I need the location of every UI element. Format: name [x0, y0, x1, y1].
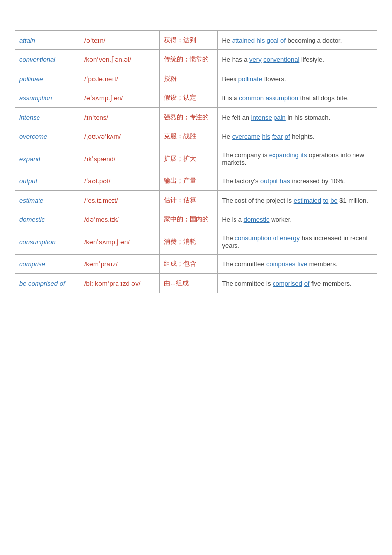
chinese-cell: 组成；包含	[160, 255, 218, 274]
chinese-cell: 家中的；国内的	[160, 210, 218, 229]
table-row: expand/ɪkˈspænd/扩展；扩大The company is expa…	[15, 146, 377, 171]
example-cell: The consumption of energy has increased …	[218, 229, 377, 255]
example-cell: The factory's output has increased by 10…	[218, 171, 377, 191]
word-cell: consumption	[15, 229, 80, 255]
phonetic-cell: /ˈes.tɪ.meɪt/	[80, 191, 159, 210]
table-row: attain/əˈteɪn/获得；达到He attained his goal …	[15, 31, 377, 50]
phonetic-cell: /ˌoʊ.vəˈkʌm/	[80, 127, 159, 146]
example-cell: The cost of the project is estimated to …	[218, 191, 377, 210]
table-row: output/ˈaʊt.pʊt/输出；产量The factory's outpu…	[15, 171, 377, 191]
chinese-cell: 传统的；惯常的	[160, 50, 218, 69]
table-row: consumption/kənˈsʌmp.ʃ ən/消费；消耗The consu…	[15, 229, 377, 255]
chinese-cell: 由...组成	[160, 274, 218, 293]
example-cell: He has a very conventional lifestyle.	[218, 50, 377, 69]
chinese-cell: 扩展；扩大	[160, 146, 218, 171]
example-cell: The company is expanding its operations …	[218, 146, 377, 171]
phonetic-cell: /ɪkˈspænd/	[80, 146, 159, 171]
table-row: overcome/ˌoʊ.vəˈkʌm/克服；战胜He overcame his…	[15, 127, 377, 146]
word-cell: overcome	[15, 127, 80, 146]
example-cell: He felt an intense pain in his stomach.	[218, 108, 377, 127]
phonetic-cell: /dəˈmes.tɪk/	[80, 210, 159, 229]
phonetic-cell: /ɪnˈtens/	[80, 108, 159, 127]
table-row: pollinate/ˈpɒ.lə.neɪt/授粉Bees pollinate f…	[15, 69, 377, 88]
chinese-cell: 克服；战胜	[160, 127, 218, 146]
word-cell: domestic	[15, 210, 80, 229]
phonetic-cell: /ˈpɒ.lə.neɪt/	[80, 69, 159, 88]
table-row: be comprised of/biː kəmˈpra ɪzd əv/由...组…	[15, 274, 377, 293]
word-cell: be comprised of	[15, 274, 80, 293]
chinese-cell: 输出；产量	[160, 171, 218, 191]
chinese-cell: 强烈的；专注的	[160, 108, 218, 127]
phonetic-cell: /əˈteɪn/	[80, 31, 159, 50]
phonetic-cell: /ˈaʊt.pʊt/	[80, 171, 159, 191]
chinese-cell: 消费；消耗	[160, 229, 218, 255]
table-row: domestic/dəˈmes.tɪk/家中的；国内的He is a domes…	[15, 210, 377, 229]
phonetic-cell: /əˈsʌmp.ʃ ən/	[80, 88, 159, 108]
phonetic-cell: /biː kəmˈpra ɪzd əv/	[80, 274, 159, 293]
word-cell: expand	[15, 146, 80, 171]
phonetic-cell: /kənˈsʌmp.ʃ ən/	[80, 229, 159, 255]
chinese-cell: 估计；估算	[160, 191, 218, 210]
chinese-cell: 授粉	[160, 69, 218, 88]
word-cell: conventional	[15, 50, 80, 69]
example-cell: He attained his goal of becoming a docto…	[218, 31, 377, 50]
example-cell: It is a common assumption that all dogs …	[218, 88, 377, 108]
word-cell: attain	[15, 31, 80, 50]
word-cell: pollinate	[15, 69, 80, 88]
example-cell: The committee comprises five members.	[218, 255, 377, 274]
example-cell: He overcame his fear of heights.	[218, 127, 377, 146]
table-row: conventional/kənˈven.ʃ ən.əl/传统的；惯常的He h…	[15, 50, 377, 69]
chinese-cell: 假设；认定	[160, 88, 218, 108]
word-cell: assumption	[15, 88, 80, 108]
phonetic-cell: /kənˈven.ʃ ən.əl/	[80, 50, 159, 69]
table-row: intense/ɪnˈtens/强烈的；专注的He felt an intens…	[15, 108, 377, 127]
phonetic-cell: /kəmˈpraɪz/	[80, 255, 159, 274]
example-cell: He is a domestic worker.	[218, 210, 377, 229]
table-row: estimate/ˈes.tɪ.meɪt/估计；估算The cost of th…	[15, 191, 377, 210]
word-cell: estimate	[15, 191, 80, 210]
table-row: comprise/kəmˈpraɪz/组成；包含The committee co…	[15, 255, 377, 274]
top-divider	[15, 20, 377, 20]
word-cell: comprise	[15, 255, 80, 274]
vocabulary-table: attain/əˈteɪn/获得；达到He attained his goal …	[15, 30, 377, 293]
word-cell: intense	[15, 108, 80, 127]
example-cell: Bees pollinate flowers.	[218, 69, 377, 88]
table-row: assumption/əˈsʌmp.ʃ ən/假设；认定It is a comm…	[15, 88, 377, 108]
chinese-cell: 获得；达到	[160, 31, 218, 50]
word-cell: output	[15, 171, 80, 191]
example-cell: The committee is comprised of five membe…	[218, 274, 377, 293]
